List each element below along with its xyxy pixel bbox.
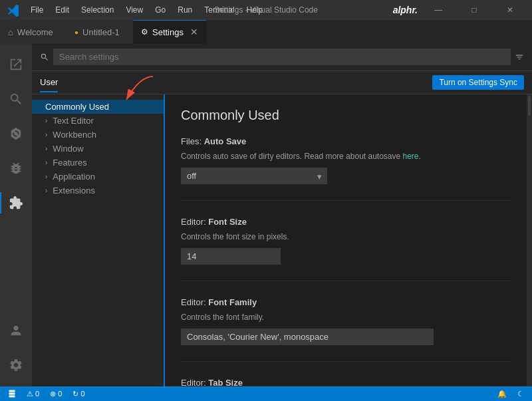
status-bar: ⚠ 0 ⊗ 0 ↻ 0 🔔 ☾ <box>0 386 532 401</box>
activity-search[interactable] <box>0 83 32 115</box>
chevron-icon: › <box>45 187 47 194</box>
chevron-icon: › <box>45 145 47 152</box>
search-icon <box>40 53 49 62</box>
minimize-button[interactable]: — <box>423 0 454 20</box>
settings-container: User Turn on Settings Sync Commonly Used… <box>32 43 532 386</box>
activity-source-control[interactable] <box>0 118 32 150</box>
main-layout: User Turn on Settings Sync Commonly Used… <box>0 43 532 386</box>
nav-window-label: Window <box>53 144 83 154</box>
scroll-thumb <box>528 96 531 116</box>
chevron-icon: › <box>45 131 47 138</box>
files-auto-save-select-wrapper: off afterDelay onFocusChange onWindowCha… <box>181 168 327 184</box>
chevron-icon: › <box>45 173 47 180</box>
user-tab[interactable]: User <box>40 73 58 92</box>
activity-bar-bottom <box>0 315 32 386</box>
filter-icon[interactable] <box>515 53 524 62</box>
files-auto-save-label: Files: Auto Save <box>181 136 511 146</box>
status-info[interactable]: ↻ 0 <box>70 390 87 398</box>
settings-section-title: Commonly Used <box>181 108 511 123</box>
font-family-prefix: Editor: <box>181 297 208 307</box>
tab-welcome-icon: ⌂ <box>8 27 13 37</box>
title-bar-right: alphr. — □ ✕ <box>393 0 525 20</box>
window-title: Settings - Visual Studio Code <box>214 5 318 15</box>
activity-settings[interactable] <box>0 349 32 381</box>
tab-settings-close[interactable]: ✕ <box>190 27 198 37</box>
status-mode[interactable]: ☾ <box>515 390 527 398</box>
tab-untitled[interactable]: ● Untitled-1 <box>66 20 133 43</box>
tab-untitled-dot: ● <box>74 29 78 36</box>
tab-untitled-label: Untitled-1 <box>82 27 120 37</box>
chevron-icon: › <box>45 117 47 124</box>
title-bar: File Edit Selection View Go Run Terminal… <box>0 0 532 20</box>
activity-bar <box>0 43 32 386</box>
search-input[interactable] <box>53 49 511 65</box>
nav-application[interactable]: › Application <box>32 170 164 184</box>
font-family-input[interactable] <box>181 329 434 345</box>
maximize-button[interactable]: □ <box>459 0 489 20</box>
tab-size-label: Editor: Tab Size <box>181 378 511 386</box>
tab-bar: ⌂ Welcome ● Untitled-1 ⚙ Settings ✕ <box>0 20 532 43</box>
settings-sidebar: Commonly Used › Text Editor › Workbench … <box>32 94 165 386</box>
font-family-bold: Font Family <box>208 297 257 307</box>
font-family-desc: Controls the font family. <box>181 311 511 323</box>
user-tab-bar: User Turn on Settings Sync <box>32 71 532 94</box>
autosave-link[interactable]: here <box>403 152 419 161</box>
status-left: ⚠ 0 ⊗ 0 ↻ 0 <box>5 390 88 398</box>
settings-content: Commonly Used › Text Editor › Workbench … <box>32 94 532 386</box>
menu-edit[interactable]: Edit <box>50 4 74 16</box>
nav-features[interactable]: › Features <box>32 156 164 170</box>
tab-settings-icon: ⚙ <box>141 27 148 37</box>
font-size-input[interactable] <box>181 248 281 265</box>
font-family-label: Editor: Font Family <box>181 297 511 307</box>
status-remote[interactable] <box>5 390 19 398</box>
menu-run[interactable]: Run <box>172 4 198 16</box>
menu-file[interactable]: File <box>25 4 49 16</box>
nav-commonly-used[interactable]: Commonly Used <box>32 100 164 114</box>
search-bar <box>32 43 532 71</box>
setting-files-auto-save: Files: Auto Save Controls auto save of d… <box>181 136 511 201</box>
menu-selection[interactable]: Selection <box>76 4 119 16</box>
brand-logo: alphr. <box>393 5 418 15</box>
font-size-bold: Font Size <box>208 217 247 227</box>
tab-welcome[interactable]: ⌂ Welcome <box>0 20 66 43</box>
setting-font-family: Editor: Font Family Controls the font fa… <box>181 297 511 362</box>
nav-application-label: Application <box>53 172 95 182</box>
menu-view[interactable]: View <box>120 4 148 16</box>
tab-size-prefix: Editor: <box>181 378 208 386</box>
status-right: 🔔 ☾ <box>495 390 527 398</box>
nav-extensions[interactable]: › Extensions <box>32 184 164 198</box>
vscode-logo <box>7 3 20 17</box>
menu-go[interactable]: Go <box>150 4 171 16</box>
nav-features-label: Features <box>53 158 86 168</box>
setting-font-size: Editor: Font Size Controls the font size… <box>181 217 511 281</box>
nav-window[interactable]: › Window <box>32 142 164 156</box>
tab-settings[interactable]: ⚙ Settings ✕ <box>133 20 206 43</box>
nav-extensions-label: Extensions <box>53 186 95 196</box>
status-errors[interactable]: ⚠ 0 <box>24 390 42 398</box>
setting-tab-size: Editor: Tab Size The number of spaces a … <box>181 378 511 386</box>
status-notifications[interactable]: 🔔 <box>495 390 509 398</box>
files-auto-save-prefix: Files: <box>181 136 204 146</box>
tab-welcome-label: Welcome <box>17 27 53 37</box>
status-warnings[interactable]: ⊗ 0 <box>47 390 65 398</box>
activity-extensions[interactable] <box>0 187 32 219</box>
activity-explorer[interactable] <box>0 49 32 80</box>
font-size-desc: Controls the font size in pixels. <box>181 231 511 243</box>
tab-size-bold: Tab Size <box>208 378 243 386</box>
activity-account[interactable] <box>0 315 32 346</box>
settings-panel: Commonly Used Files: Auto Save Controls … <box>165 94 527 386</box>
nav-text-editor-label: Text Editor <box>53 116 93 126</box>
files-auto-save-desc: Controls auto save of dirty editors. Rea… <box>181 150 511 162</box>
font-size-label: Editor: Font Size <box>181 217 511 227</box>
tab-settings-label: Settings <box>152 27 184 37</box>
font-size-prefix: Editor: <box>181 217 208 227</box>
files-auto-save-select[interactable]: off afterDelay onFocusChange onWindowCha… <box>181 168 327 184</box>
close-button[interactable]: ✕ <box>495 0 525 20</box>
activity-debug[interactable] <box>0 152 32 184</box>
sync-button[interactable]: Turn on Settings Sync <box>432 75 524 90</box>
nav-workbench[interactable]: › Workbench <box>32 128 164 142</box>
remote-icon <box>8 390 16 398</box>
chevron-icon: › <box>45 159 47 166</box>
scrollbar[interactable] <box>527 94 532 386</box>
nav-text-editor[interactable]: › Text Editor <box>32 114 164 128</box>
